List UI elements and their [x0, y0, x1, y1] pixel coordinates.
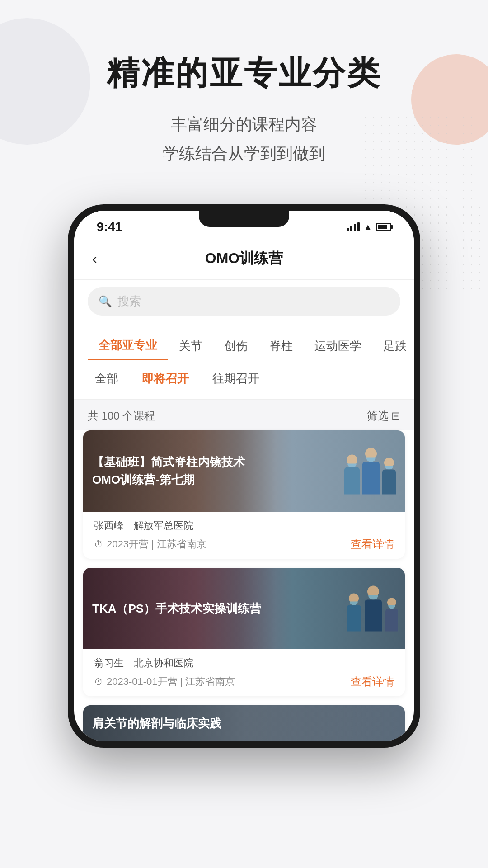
- course-title-overlay-2: TKA（PS）手术技术实操训练营: [83, 568, 276, 649]
- category-tabs: 全部亚专业 关节 创伤 脊柱 运动医学 足跌: [74, 325, 414, 360]
- course-title-overlay-1: 【基础班】简式脊柱内镜技术OMO训练营-第七期: [83, 430, 276, 512]
- filter-tabs: 全部 即将召开 往期召开: [74, 360, 414, 400]
- course-author-2: 翁习生 北京协和医院: [94, 656, 394, 670]
- course-title-overlay-3: 肩关节的解剖与临床实践: [83, 705, 405, 741]
- phone-notch: [199, 211, 289, 227]
- filter-tab-all[interactable]: 全部: [88, 367, 126, 390]
- clock-icon-1: ⏱: [94, 539, 103, 550]
- category-tab-sports[interactable]: 运动医学: [304, 333, 372, 359]
- count-row: 共 100 个课程 筛选 ⊟: [74, 400, 414, 430]
- header-section: 精准的亚专业分类 丰富细分的课程内容 学练结合从学到到做到: [0, 0, 488, 168]
- back-button[interactable]: ‹: [92, 250, 97, 267]
- detail-button-2[interactable]: 查看详情: [351, 675, 394, 689]
- phone-container: 9:41 ▲ ‹ OMO训练营: [68, 204, 420, 748]
- course-list: 【基础班】简式脊柱内镜技术OMO训练营-第七期 张西峰 解放军总医院 ⏱ 202…: [74, 430, 414, 741]
- course-card-3: 肩关节的解剖与临床实践: [83, 705, 405, 741]
- course-card-2: TKA（PS）手术技术实操训练营 翁习生 北京协和医院 ⏱ 2023-01-01…: [83, 568, 405, 696]
- wifi-icon: ▲: [363, 222, 372, 232]
- nav-bar: ‹ OMO训练营: [74, 238, 414, 280]
- status-time: 9:41: [97, 220, 122, 234]
- filter-button[interactable]: 筛选 ⊟: [367, 409, 400, 423]
- search-icon: 🔍: [99, 295, 112, 308]
- surgical-team-2: [347, 586, 398, 632]
- course-image-3-partial: 肩关节的解剖与临床实践: [83, 705, 405, 741]
- course-info-row-2: ⏱ 2023-01-01开营 | 江苏省南京 查看详情: [94, 675, 394, 689]
- signal-icon: [347, 222, 360, 231]
- nav-title: OMO训练营: [205, 249, 283, 269]
- course-title-3: 肩关节的解剖与临床实践: [92, 716, 221, 731]
- course-count: 共 100 个课程: [88, 409, 155, 423]
- course-meta-2: 翁习生 北京协和医院 ⏱ 2023-01-01开营 | 江苏省南京 查看详情: [83, 649, 405, 696]
- category-tab-all[interactable]: 全部亚专业: [88, 332, 168, 360]
- category-tab-joint[interactable]: 关节: [168, 333, 213, 359]
- filter-tab-upcoming[interactable]: 即将召开: [135, 367, 196, 390]
- category-tab-foot[interactable]: 足跌: [372, 333, 414, 359]
- course-title-1: 【基础班】简式脊柱内镜技术OMO训练营-第七期: [92, 453, 267, 489]
- course-title-2: TKA（PS）手术技术实操训练营: [92, 600, 261, 618]
- category-tab-trauma[interactable]: 创伤: [213, 333, 258, 359]
- course-image-1: 【基础班】简式脊柱内镜技术OMO训练营-第七期: [83, 430, 405, 512]
- course-meta-1: 张西峰 解放军总医院 ⏱ 2023开营 | 江苏省南京 查看详情: [83, 512, 405, 559]
- main-title: 精准的亚专业分类: [0, 54, 488, 92]
- category-tab-spine[interactable]: 脊柱: [258, 333, 304, 359]
- course-author-1: 张西峰 解放军总医院: [94, 519, 394, 533]
- course-time-2: ⏱ 2023-01-01开营 | 江苏省南京: [94, 675, 235, 689]
- filter-icon: ⊟: [391, 410, 400, 422]
- search-placeholder: 搜索: [117, 293, 141, 309]
- course-card-1: 【基础班】简式脊柱内镜技术OMO训练营-第七期 张西峰 解放军总医院 ⏱ 202…: [83, 430, 405, 559]
- clock-icon-2: ⏱: [94, 677, 103, 687]
- course-time-1: ⏱ 2023开营 | 江苏省南京: [94, 538, 206, 551]
- course-image-2: TKA（PS）手术技术实操训练营: [83, 568, 405, 649]
- page-background: 精准的亚专业分类 丰富细分的课程内容 学练结合从学到到做到 9:41 ▲: [0, 0, 488, 868]
- status-icons: ▲: [347, 222, 391, 232]
- subtitle-line2: 学练结合从学到到做到: [163, 144, 325, 163]
- phone-frame: 9:41 ▲ ‹ OMO训练营: [68, 204, 420, 748]
- battery-fill: [378, 225, 387, 229]
- surgical-team-1: [344, 448, 396, 495]
- subtitle-line1: 丰富细分的课程内容: [171, 115, 317, 133]
- phone-inner: 9:41 ▲ ‹ OMO训练营: [74, 211, 414, 741]
- filter-tab-past[interactable]: 往期召开: [205, 367, 267, 390]
- course-info-row-1: ⏱ 2023开营 | 江苏省南京 查看详情: [94, 537, 394, 552]
- battery-icon: [376, 223, 391, 231]
- sub-text: 丰富细分的课程内容 学练结合从学到到做到: [0, 110, 488, 169]
- search-bar[interactable]: 🔍 搜索: [88, 287, 400, 316]
- search-container: 🔍 搜索: [74, 280, 414, 325]
- filter-label: 筛选: [367, 409, 389, 423]
- detail-button-1[interactable]: 查看详情: [351, 537, 394, 552]
